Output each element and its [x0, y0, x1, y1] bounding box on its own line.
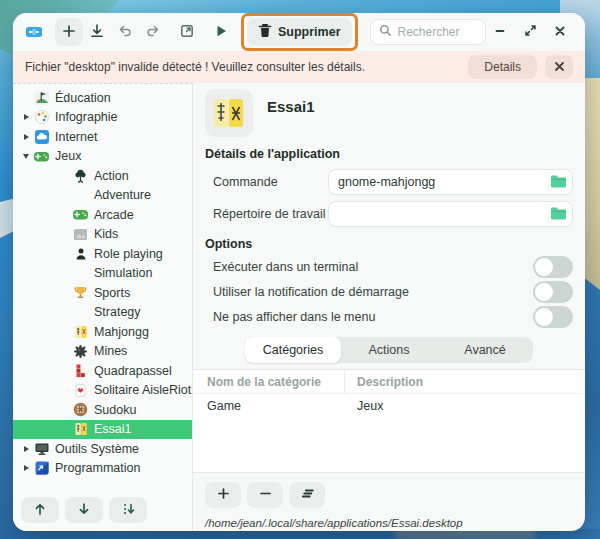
search-input[interactable]	[398, 25, 477, 39]
close-icon	[554, 25, 566, 40]
close-icon	[554, 60, 565, 75]
browse-command-button[interactable]	[548, 173, 568, 191]
window-controls	[487, 18, 573, 46]
startup-notification-toggle[interactable]	[533, 281, 573, 303]
command-label: Commande	[205, 175, 328, 189]
download-button[interactable]	[83, 18, 111, 46]
details-heading: Détails de l'application	[205, 147, 573, 163]
reset-categories-button[interactable]	[289, 482, 325, 508]
app-detail-panel: Essai1 Détails de l'application Commande…	[193, 83, 585, 531]
restore-button[interactable]	[517, 18, 543, 46]
banner-details-button[interactable]: Details	[468, 55, 537, 79]
tab-actions[interactable]: Actions	[341, 337, 437, 363]
tab-avance[interactable]: Avancé	[437, 337, 533, 363]
sidebar-item-essai1[interactable]: Essai1	[13, 420, 192, 440]
expander-icon[interactable]	[19, 461, 33, 475]
sidebar-item-outils-systeme[interactable]: Outils Système	[13, 439, 192, 459]
sidebar-item-strategy[interactable]: Strategy	[13, 303, 192, 323]
search-icon	[379, 23, 392, 41]
sidebar-item-sudoku[interactable]: Sudoku	[13, 400, 192, 420]
sort-icon	[121, 502, 136, 519]
column-header-category: Nom de la catégorie	[193, 370, 345, 394]
arrow-up-icon	[33, 502, 47, 519]
table-row[interactable]: Game Jeux	[193, 394, 585, 418]
expander-icon[interactable]	[19, 130, 33, 144]
close-button[interactable]	[547, 18, 573, 46]
expander-icon[interactable]	[19, 149, 33, 163]
sort-button[interactable]	[109, 497, 147, 523]
command-input[interactable]	[328, 169, 573, 195]
detail-tabs: Catégories Actions Avancé	[245, 337, 533, 363]
redo-icon	[145, 23, 161, 42]
sidebar-item-internet[interactable]: Internet	[13, 127, 192, 147]
annotation-highlight-box: Supprimer	[241, 13, 358, 51]
toggle-knob	[535, 258, 553, 276]
delete-button[interactable]: Supprimer	[247, 18, 352, 46]
sidebar-item-simulation[interactable]: Simulation	[13, 264, 192, 284]
minimize-icon	[494, 25, 506, 40]
minimize-button[interactable]	[487, 18, 513, 46]
search-box[interactable]	[370, 19, 486, 45]
mahjongg-tiles-icon	[72, 323, 89, 340]
sidebar-item-adventure[interactable]: Adventure	[13, 186, 192, 206]
option-terminal-row: Exécuter dans un terminal	[205, 256, 573, 278]
banner-message: Fichier "desktop" invalide détecté ! Veu…	[25, 60, 460, 74]
sidebar-item-jeux[interactable]: Jeux	[13, 147, 192, 167]
sudoku-grid-icon	[72, 401, 89, 418]
move-up-button[interactable]	[21, 497, 59, 523]
education-icon	[33, 89, 50, 106]
option-notification-row: Utiliser la notification de démarrage	[205, 281, 573, 303]
sidebar-item-programmation[interactable]: Programmation	[13, 459, 192, 479]
trophy-icon	[72, 284, 89, 301]
sidebar-item-action[interactable]: Action	[13, 166, 192, 186]
redo-button[interactable]	[139, 18, 167, 46]
folder-icon	[550, 206, 567, 223]
add-category-button[interactable]	[205, 482, 241, 508]
sidebar-item-kids[interactable]: Kids	[13, 225, 192, 245]
content-area: Éducation Infographie Internet Jeux Acti…	[13, 83, 585, 531]
expander-icon[interactable]	[19, 442, 33, 456]
sidebar-item-arcade[interactable]: Arcade	[13, 205, 192, 225]
arrow-down-icon	[77, 502, 91, 519]
tab-categories[interactable]: Catégories	[245, 337, 341, 363]
option-hidden-row: Ne pas afficher dans le menu	[205, 306, 573, 328]
minus-icon	[259, 487, 272, 503]
options-heading: Options	[205, 237, 573, 253]
folder-icon	[550, 174, 567, 191]
undo-button[interactable]	[111, 18, 139, 46]
sidebar-item-mahjongg[interactable]: Mahjongg	[13, 322, 192, 342]
palette-icon	[33, 109, 50, 126]
download-icon	[89, 23, 105, 42]
cloud-icon	[33, 128, 50, 145]
gear-icon	[72, 343, 89, 360]
mahjongg-tiles-icon	[72, 421, 89, 438]
move-down-button[interactable]	[65, 497, 103, 523]
playing-card-icon	[72, 382, 89, 399]
sidebar-item-education[interactable]: Éducation	[13, 88, 192, 108]
gamepad-icon	[72, 206, 89, 223]
workdir-input[interactable]	[328, 201, 573, 227]
add-button[interactable]	[55, 18, 83, 46]
category-actions	[205, 482, 573, 508]
launch-button[interactable]	[207, 18, 235, 46]
plus-icon	[217, 487, 230, 503]
remove-category-button[interactable]	[247, 482, 283, 508]
plus-icon	[61, 23, 77, 42]
sidebar-item-infographie[interactable]: Infographie	[13, 108, 192, 128]
play-icon	[213, 23, 229, 42]
table-header-row: Nom de la catégorie Description	[193, 370, 585, 394]
sidebar-item-role-playing[interactable]: Role playing	[13, 244, 192, 264]
expander-icon[interactable]	[19, 110, 33, 124]
sidebar-item-solitaire[interactable]: Solitaire AisleRiot	[13, 381, 192, 401]
sidebar-item-sports[interactable]: Sports	[13, 283, 192, 303]
sidebar-item-quadrapassel[interactable]: Quadrapassel	[13, 361, 192, 381]
hide-in-menu-toggle[interactable]	[533, 306, 573, 328]
toggle-knob	[535, 283, 553, 301]
banner-close-button[interactable]	[545, 55, 573, 79]
terminal-toggle[interactable]	[533, 256, 573, 278]
app-icon	[25, 23, 43, 41]
sidebar-item-mines[interactable]: Mines	[13, 342, 192, 362]
browse-workdir-button[interactable]	[548, 205, 568, 223]
export-button[interactable]	[173, 18, 201, 46]
status-path: /home/jean/.local/share/applications/Ess…	[205, 517, 573, 529]
